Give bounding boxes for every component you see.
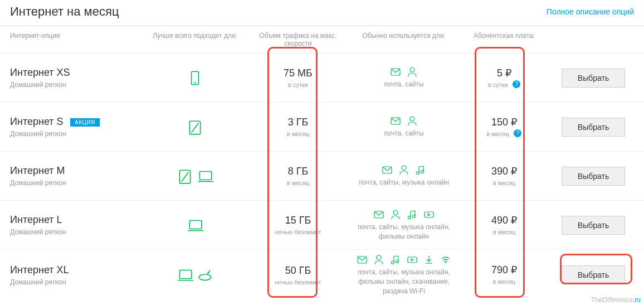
laptop-icon: [197, 168, 213, 185]
info-icon[interactable]: ?: [514, 129, 521, 137]
traffic-period: в сутки: [251, 81, 345, 88]
price-period: в месяц: [493, 180, 515, 186]
table-row: Интернет L Домашний регион 15 ГБ ночью б…: [0, 200, 644, 249]
music-icon: [390, 254, 401, 265]
usage-text: почта, сайты: [345, 129, 462, 138]
tablet-icon: [187, 119, 203, 135]
usage-icons: [345, 209, 462, 220]
plan-region: Домашний регион: [10, 278, 139, 286]
plan-region: Домашний регион: [10, 179, 139, 187]
usage-text: почта, сайты: [345, 80, 462, 89]
usage-text: почта, сайты, музыка онлайн: [345, 178, 462, 187]
plan-region: Домашний регион: [10, 130, 139, 138]
select-button[interactable]: Выбрать: [562, 167, 625, 186]
price: 790 ₽: [462, 264, 546, 276]
col-fee: Абонентская плата:: [462, 32, 546, 47]
person-icon: [373, 254, 384, 265]
plan-region: Домашний регион: [10, 228, 139, 236]
device-icons: [139, 119, 251, 135]
person-icon: [407, 66, 418, 78]
table-row: Интернет S АКЦИЯ Домашний регион 3 ГБ в …: [0, 102, 644, 151]
select-button[interactable]: Выбрать: [562, 216, 625, 235]
video-icon: [407, 254, 418, 265]
traffic-volume: 8 ГБ: [251, 166, 345, 177]
mail-icon: [382, 164, 393, 176]
info-icon[interactable]: ?: [513, 80, 520, 88]
device-icons: [139, 267, 251, 283]
person-icon: [390, 209, 401, 220]
video-icon: [423, 209, 435, 220]
device-icons: [139, 70, 251, 86]
col-traffic: Объем трафика на макс. скорости: [251, 32, 345, 47]
traffic-volume: 75 МБ: [251, 67, 345, 79]
router-icon: [197, 267, 213, 283]
price: 390 ₽: [462, 165, 546, 177]
plan-name: Интернет XL: [10, 264, 69, 276]
full-description-link[interactable]: Полное описание опций: [547, 7, 634, 16]
select-button[interactable]: Выбрать: [562, 118, 625, 137]
promo-badge: АКЦИЯ: [70, 118, 100, 127]
price: 5 ₽: [462, 67, 546, 79]
music-icon: [407, 209, 418, 220]
wifi-icon: [440, 254, 451, 265]
col-best-for: Лучше всего подходит для:: [139, 32, 251, 47]
person-icon: [398, 164, 409, 176]
watermark: TheDifference.ru: [591, 296, 641, 304]
tablet-icon: [177, 168, 193, 185]
col-option: Интернет-опция: [0, 32, 139, 47]
laptop-icon: [187, 217, 203, 234]
traffic-period: в месяц: [251, 180, 345, 186]
usage-icons: [345, 164, 462, 176]
mail-icon: [390, 115, 401, 127]
plan-name: Интернет M: [10, 165, 65, 177]
usage-text: почта, сайты, музыка онлайн, фильмы онла…: [345, 222, 462, 241]
traffic-volume: 50 ГБ: [251, 265, 345, 277]
table-row: Интернет XL Домашний регион 50 ГБ ночью …: [0, 249, 644, 300]
traffic-period: ночью безлимит: [251, 229, 345, 235]
traffic-volume: 3 ГБ: [251, 117, 345, 128]
usage-icons: [345, 254, 462, 265]
price-period: в месяц: [493, 278, 515, 285]
plans-table: Интернет-опция Лучше всего подходит для:…: [0, 26, 644, 300]
table-row: Интернет M Домашний регион 8 ГБ в месяц …: [0, 151, 644, 200]
col-usage: Обычно используется для:: [345, 32, 462, 47]
phone-icon: [187, 70, 203, 86]
device-icons: [139, 168, 251, 185]
plan-name: Интернет S: [10, 116, 64, 128]
mail-icon: [357, 254, 368, 265]
table-header: Интернет-опция Лучше всего подходит для:…: [0, 26, 644, 53]
plan-name: Интернет XS: [10, 67, 70, 79]
mail-icon: [373, 209, 384, 220]
laptop-icon: [177, 267, 193, 283]
traffic-period: в месяц: [251, 130, 345, 137]
price: 490 ₽: [462, 214, 546, 226]
device-icons: [139, 217, 251, 234]
plan-name: Интернет L: [10, 214, 62, 226]
traffic-volume: 15 ГБ: [251, 215, 345, 226]
usage-icons: [345, 115, 462, 127]
mail-icon: [390, 66, 401, 78]
price-period: в сутки: [488, 81, 508, 88]
price: 150 ₽: [462, 116, 546, 128]
usage-icons: [345, 66, 462, 78]
usage-text: почта, сайты, музыка онлайн, фильмы онла…: [345, 268, 462, 296]
select-button[interactable]: Выбрать: [562, 265, 625, 284]
plan-region: Домашний регион: [10, 81, 139, 89]
download-icon: [423, 254, 435, 265]
table-row: Интернет XS Домашний регион 75 МБ в сутк…: [0, 53, 644, 102]
page-title: Интернет на месяц: [10, 4, 119, 19]
person-icon: [407, 115, 418, 127]
price-period: в месяц: [487, 130, 509, 137]
select-button[interactable]: Выбрать: [562, 69, 625, 88]
music-icon: [415, 164, 426, 176]
traffic-period: ночью безлимит: [251, 279, 345, 285]
price-period: в месяц: [493, 229, 515, 235]
